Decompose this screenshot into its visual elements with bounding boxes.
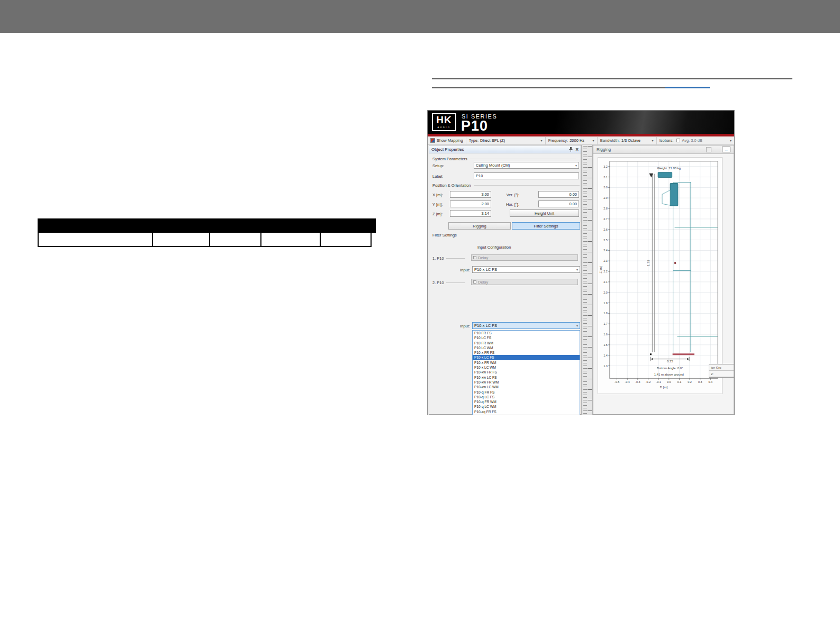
- svg-text:3.2: 3.2: [603, 165, 608, 168]
- show-mapping-label: Show Mapping: [437, 138, 463, 143]
- svg-text:0.4: 0.4: [709, 380, 713, 384]
- dropdown-item[interactable]: P10 LC FS: [473, 335, 580, 340]
- app-window-screenshot: HK AUDIO SI SERIES P10 Show Mapping Type…: [427, 110, 735, 415]
- dropdown-item[interactable]: P10-xq FR FS: [473, 409, 580, 414]
- frequency-combo[interactable]: Frequency: 2000 Hz ▾: [546, 137, 598, 144]
- chevron-down-icon: ▾: [541, 139, 543, 142]
- pin-icon[interactable]: [568, 147, 573, 152]
- z-label: Z [m]:: [432, 212, 442, 216]
- isobars-checkbox[interactable]: [676, 139, 680, 142]
- frequency-label: Frequency:: [548, 138, 568, 143]
- z-field[interactable]: 3.14: [450, 210, 491, 217]
- x-label: X [m]:: [432, 193, 443, 197]
- object-properties-titlebar: Object Properties ×: [429, 145, 581, 153]
- app-toolbar: Show Mapping Type: Direct SPL (Z) ▾ Freq…: [428, 136, 734, 145]
- dropdown-item[interactable]: P10-xq LC FS: [473, 414, 580, 415]
- svg-text:3.1: 3.1: [603, 176, 608, 179]
- svg-text:0.0: 0.0: [667, 380, 671, 384]
- dropdown-item[interactable]: P10-q LC WM: [473, 404, 580, 409]
- partial-overlay-panel: ion Gro 2:: [709, 364, 734, 378]
- svg-text:-0.1: -0.1: [656, 380, 661, 384]
- input-2-combo[interactable]: P10-x LC FS▾: [472, 322, 580, 329]
- show-mapping-icon: [430, 138, 435, 143]
- ver-label: Ver. [°]:: [497, 193, 519, 197]
- table-header-row: [38, 218, 376, 233]
- dropdown-item[interactable]: P10-q FR FS: [473, 390, 580, 395]
- dropdown-item[interactable]: P10-x FR WM: [473, 360, 580, 365]
- svg-text:-0.4: -0.4: [625, 380, 630, 384]
- table-row: [38, 233, 376, 247]
- bandwidth-combo[interactable]: Bandwidth: 1/3 Octave ▾: [598, 137, 657, 144]
- close-icon[interactable]: ×: [575, 147, 579, 152]
- input-1-value: P10-x LC FS: [474, 267, 497, 272]
- panel-button-icon[interactable]: [706, 147, 711, 152]
- dropdown-item[interactable]: P10-xw FR FS: [473, 370, 580, 375]
- setup-combo[interactable]: Ceiling Mount (CM)▾: [474, 162, 579, 169]
- y-value: 2.00: [481, 202, 489, 206]
- isobars-label: Isobars:: [660, 138, 674, 143]
- svg-text:Weight: 21.80 kg: Weight: 21.80 kg: [657, 167, 681, 170]
- frequency-value: 2000 Hz: [570, 138, 584, 143]
- dropdown-item[interactable]: P10-x FR FS: [473, 350, 580, 355]
- input-dropdown-list[interactable]: P10 FR FSP10 LC FSP10 FR WMP10 LC WMP10-…: [472, 330, 580, 415]
- table-cell: [320, 233, 372, 247]
- panel-title: Object Properties: [431, 147, 464, 152]
- y-field[interactable]: 2.00: [450, 200, 491, 207]
- rigging-titlebar: Rigging …: [593, 145, 734, 154]
- horizontal-rule-top: [432, 78, 792, 79]
- input-2-value: P10-x LC FS: [474, 323, 497, 328]
- dropdown-item[interactable]: P10-xw LC WM: [473, 385, 580, 389]
- model-title: P10: [461, 118, 488, 134]
- hk-audio-logo: HK AUDIO: [432, 113, 456, 131]
- dropdown-item[interactable]: P10 FR WM: [473, 341, 580, 345]
- input-configuration-label: Input Configuration: [477, 245, 511, 250]
- svg-text:2.0: 2.0: [603, 291, 608, 294]
- chevron-down-icon: ▾: [652, 139, 654, 142]
- object-properties-panel: Object Properties × System Parameters Se…: [429, 145, 581, 415]
- dropdown-item[interactable]: P10 LC WM: [473, 345, 580, 350]
- group-2-option: Delay: [471, 279, 578, 285]
- tab-filter-settings[interactable]: Filter Settings: [512, 222, 580, 230]
- link-underline[interactable]: [665, 87, 710, 88]
- svg-text:1.8: 1.8: [603, 312, 608, 315]
- ver-field[interactable]: 0.00: [538, 191, 579, 198]
- table-cell: [38, 233, 153, 247]
- input-1-combo[interactable]: P10-x LC FS▾: [472, 266, 580, 273]
- dropdown-item[interactable]: P10-xw LC FS: [473, 375, 580, 380]
- svg-text:2.9: 2.9: [603, 196, 608, 199]
- tab-rigging[interactable]: Rigging: [448, 222, 511, 230]
- bandwidth-value: 1/3 Octave: [621, 138, 640, 143]
- svg-text:Bottom Angle: 0.0°: Bottom Angle: 0.0°: [657, 367, 683, 370]
- dropdown-item[interactable]: P10-q FR WM: [473, 399, 580, 404]
- input-2-label: Input:: [448, 324, 470, 328]
- type-value: Direct SPL (Z): [480, 138, 505, 143]
- svg-text:1.5: 1.5: [603, 343, 608, 346]
- type-combo[interactable]: Type: Direct SPL (Z) ▾: [466, 137, 546, 144]
- partial-combo[interactable]: …: [722, 147, 730, 152]
- svg-text:1.6: 1.6: [603, 333, 608, 336]
- vertical-ruler: [581, 145, 593, 415]
- isobars-control[interactable]: Isobars: Avg. 3.0 dB ▾: [657, 137, 734, 144]
- dropdown-item[interactable]: P10-x LC WM: [473, 365, 580, 370]
- app-header: HK AUDIO SI SERIES P10: [428, 111, 734, 134]
- dropdown-item[interactable]: P10-x LC FS: [473, 355, 580, 360]
- svg-text:0.2: 0.2: [688, 380, 692, 384]
- svg-text:2.2: 2.2: [603, 270, 608, 273]
- x-field[interactable]: 3.00: [450, 191, 491, 198]
- rigging-chart: -0.5-0.4-0.3-0.2-0.10.00.10.20.30.41.31.…: [598, 157, 722, 394]
- hor-field[interactable]: 0.00: [538, 200, 579, 207]
- height-unit-button[interactable]: Height Unit: [510, 209, 579, 217]
- ruler-ticks: [583, 146, 587, 414]
- document-page: HK AUDIO SI SERIES P10 Show Mapping Type…: [0, 0, 840, 630]
- label-field[interactable]: P10: [474, 172, 579, 179]
- hor-value: 0.00: [569, 202, 577, 206]
- show-mapping-button[interactable]: Show Mapping: [428, 137, 466, 144]
- table-cell: [152, 233, 210, 247]
- dropdown-item[interactable]: P10-q LC FS: [473, 395, 580, 399]
- svg-text:2.4: 2.4: [603, 249, 608, 252]
- dropdown-item[interactable]: P10 FR FS: [473, 331, 580, 335]
- table-cell: [209, 233, 261, 247]
- section-system-parameters: System Parameters: [432, 157, 576, 161]
- svg-text:1.9: 1.9: [603, 302, 608, 305]
- dropdown-item[interactable]: P10-xw FR WM: [473, 380, 580, 385]
